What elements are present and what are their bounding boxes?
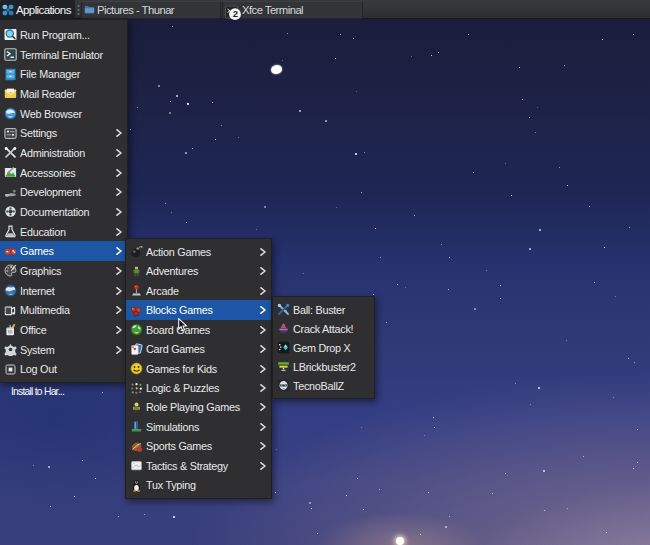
- svg-text:2: 2: [232, 8, 237, 19]
